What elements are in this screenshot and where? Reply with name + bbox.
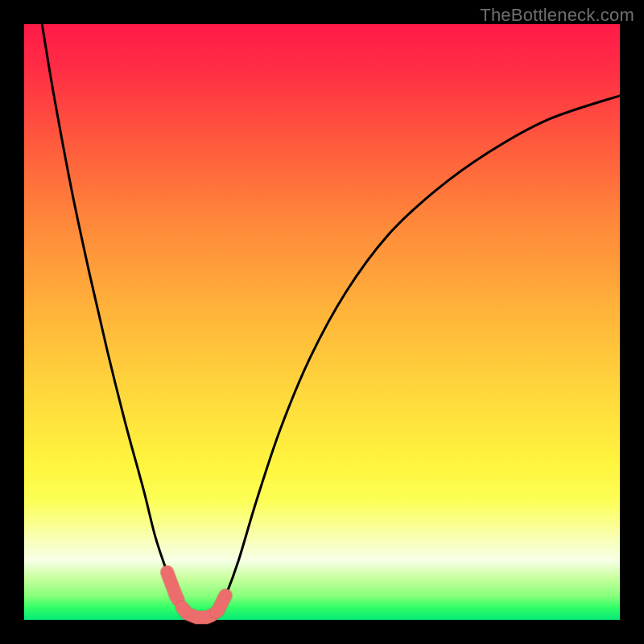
bottleneck-curve — [24, 24, 620, 620]
curve-markers — [167, 572, 226, 617]
watermark-text: TheBottleneck.com — [480, 5, 634, 26]
plot-area — [24, 24, 620, 620]
curve-marker-1 — [182, 607, 212, 617]
chart-frame: TheBottleneck.com — [0, 0, 644, 644]
curve-path — [42, 24, 620, 618]
curve-marker-2 — [217, 596, 225, 612]
